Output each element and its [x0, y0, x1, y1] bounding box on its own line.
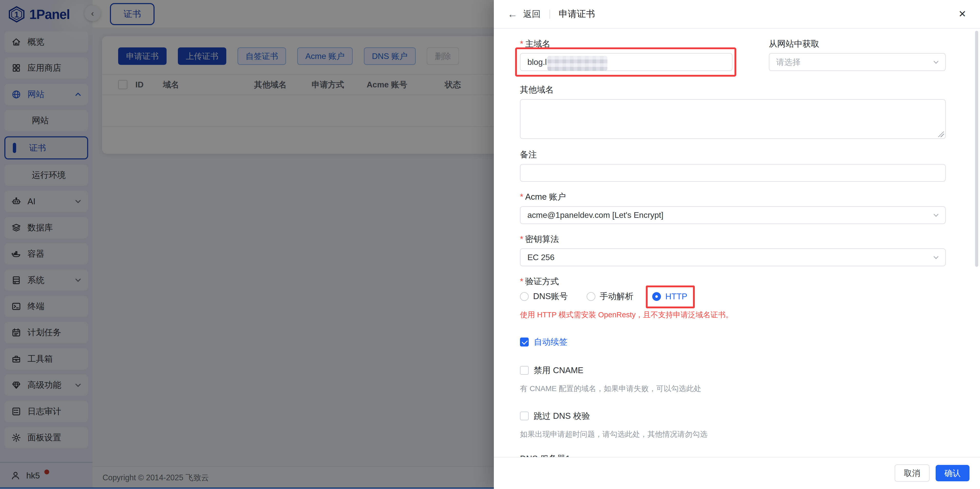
screen: 1 1Panel 概览 应用商店 网站: [0, 0, 980, 489]
drawer-body: * 主域名 blog.l 从网站中获取 请选择: [494, 29, 980, 457]
disable-cname-checkbox-row[interactable]: 禁用 CNAME: [520, 365, 946, 376]
checkbox-icon[interactable]: [520, 412, 529, 421]
back-button[interactable]: 返回: [523, 8, 541, 20]
redacted-text-mosaic: [547, 56, 608, 71]
http-mode-warning: 使用 HTTP 模式需安装 OpenResty，且不支持申请泛域名证书。: [520, 310, 946, 320]
field-label-acme-account: * Acme 账户: [520, 193, 946, 201]
skip-dns-check-hint: 如果出现申请超时问题，请勾选此处，其他情况请勿勾选: [520, 429, 946, 440]
field-label-dns-server1: DNS 服务器1: [520, 454, 946, 457]
chevron-down-icon: [932, 254, 940, 261]
field-label-from-website: 从网站中获取: [769, 40, 946, 48]
field-label-key-algorithm: * 密钥算法: [520, 235, 946, 244]
drawer-footer: 取消 确认: [494, 457, 980, 489]
close-icon[interactable]: ✕: [958, 8, 966, 19]
confirm-button[interactable]: 确认: [935, 465, 969, 481]
radio-selected-icon: [652, 292, 661, 301]
required-asterisk: *: [520, 277, 523, 286]
apply-certificate-drawer: ← 返回 申请证书 ✕ * 主域名 blog.l: [494, 0, 980, 489]
required-asterisk: *: [520, 193, 523, 201]
checkbox-checked-icon[interactable]: [520, 338, 529, 346]
radio-http[interactable]: HTTP: [652, 291, 687, 301]
other-domains-textarea[interactable]: [520, 99, 946, 139]
field-label-remark: 备注: [520, 150, 946, 159]
field-label-other-domains: 其他域名: [520, 85, 946, 94]
radio-circle-icon: [587, 292, 595, 301]
required-asterisk: *: [520, 235, 523, 244]
resize-grip-icon[interactable]: [938, 131, 944, 137]
drawer-scrollbar[interactable]: [975, 31, 978, 267]
field-label-verify-mode: * 验证方式: [520, 277, 946, 286]
radio-dns-account[interactable]: DNS账号: [520, 291, 568, 302]
key-algorithm-select[interactable]: EC 256: [520, 248, 946, 266]
radio-circle-icon: [520, 292, 529, 301]
back-arrow-icon[interactable]: ←: [508, 8, 517, 20]
header-divider: [549, 10, 550, 19]
drawer-title: 申请证书: [559, 8, 595, 20]
drawer-header: ← 返回 申请证书 ✕: [494, 0, 980, 29]
primary-domain-input[interactable]: blog.l: [520, 53, 732, 71]
verify-mode-radio-group: DNS账号 手动解析 HTTP: [520, 291, 946, 302]
chevron-down-icon: [932, 59, 940, 65]
chevron-down-icon: [932, 212, 940, 218]
skip-dns-check-checkbox-row[interactable]: 跳过 DNS 校验: [520, 410, 946, 422]
checkbox-icon[interactable]: [520, 366, 529, 375]
from-website-select[interactable]: 请选择: [769, 53, 946, 71]
auto-renew-checkbox-row[interactable]: 自动续签: [520, 336, 946, 348]
field-label-primary-domain: * 主域名: [520, 40, 732, 48]
acme-account-select[interactable]: acme@1paneldev.com [Let's Encrypt]: [520, 206, 946, 224]
disable-cname-hint: 有 CNAME 配置的域名，如果申请失败，可以勾选此处: [520, 384, 946, 394]
radio-manual-resolve[interactable]: 手动解析: [587, 291, 633, 302]
cancel-button[interactable]: 取消: [895, 464, 929, 481]
required-asterisk: *: [520, 40, 523, 48]
annotation-box-primary-domain: blog.l: [520, 53, 732, 71]
remark-input[interactable]: [520, 164, 946, 182]
